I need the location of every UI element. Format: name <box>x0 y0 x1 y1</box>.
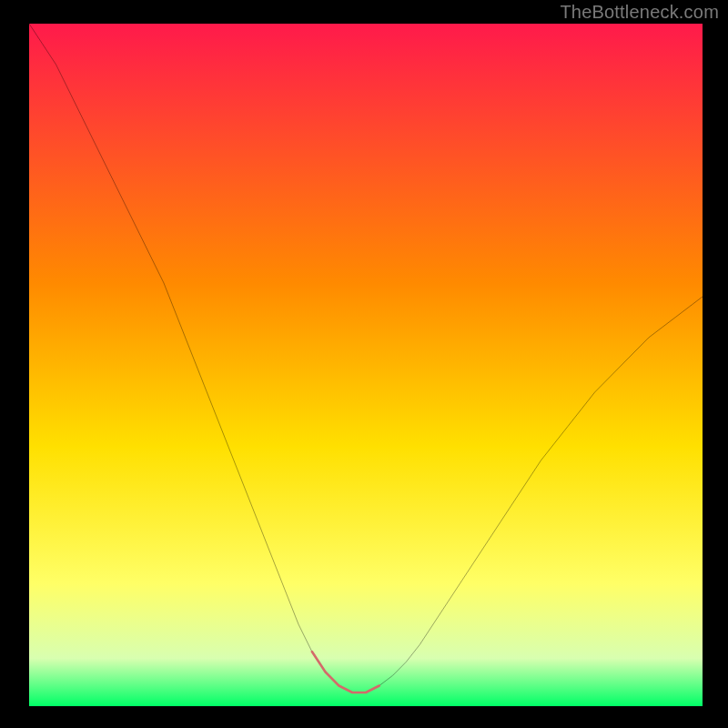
gradient-background <box>29 24 703 706</box>
watermark-text: TheBottleneck.com <box>560 2 719 23</box>
chart-svg <box>29 24 703 706</box>
plot-area <box>29 24 703 706</box>
chart-frame: TheBottleneck.com <box>0 0 728 728</box>
